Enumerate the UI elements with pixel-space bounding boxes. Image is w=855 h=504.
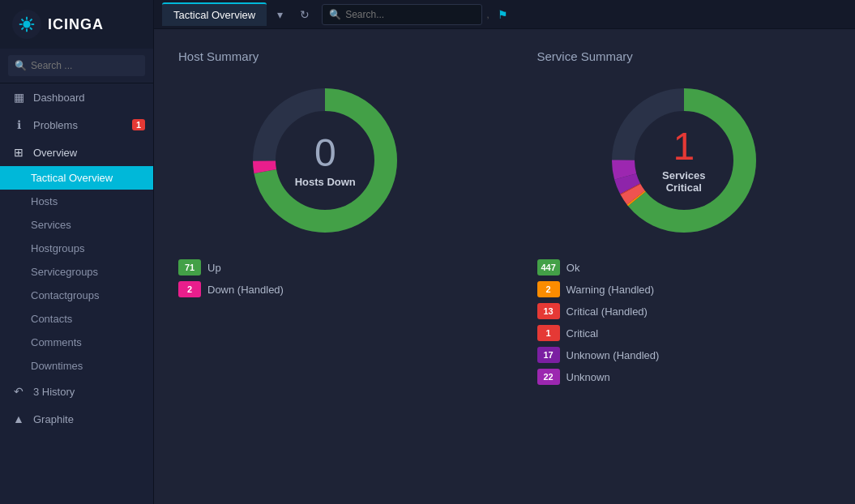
service-critical-badge: 1	[537, 325, 560, 341]
host-down-handled-label: Down (Handled)	[207, 284, 284, 296]
sidebar-item-overview[interactable]: ⊞ Overview	[0, 139, 153, 166]
service-critical-number: 1	[643, 127, 725, 166]
sidebar-item-servicegroups[interactable]: Servicegroups	[0, 260, 153, 284]
sidebar-search-input[interactable]	[8, 55, 145, 76]
service-donut-center: 1 Services Critical	[643, 127, 725, 194]
sidebar-item-downtimes[interactable]: Downtimes	[0, 354, 153, 378]
sidebar-item-contacts[interactable]: Contacts	[0, 307, 153, 331]
service-legend-ok: 447 Ok	[537, 259, 831, 275]
app-name: ICINGA	[48, 16, 104, 33]
service-ok-label: Ok	[566, 262, 580, 274]
hosts-label: Hosts	[31, 195, 58, 207]
service-unknown-badge: 22	[537, 369, 560, 385]
sidebar-item-history[interactable]: ↶ 3 History	[0, 378, 153, 405]
sidebar-item-graphite-label: Graphite	[33, 413, 74, 425]
service-legend-unknown: 22 Unknown	[537, 369, 831, 385]
sidebar-item-comments[interactable]: Comments	[0, 331, 153, 354]
tactical-overview-label: Tactical Overview	[31, 172, 113, 184]
sidebar-search-icon: 🔍	[15, 60, 27, 71]
sidebar-search-container: 🔍	[0, 49, 153, 83]
sidebar-item-dashboard[interactable]: ▦ Dashboard	[0, 83, 153, 111]
comments-label: Comments	[31, 336, 82, 348]
service-legend-warning-handled: 2 Warning (Handled)	[537, 281, 831, 297]
service-donut-wrap: 1 Services Critical	[537, 79, 831, 241]
sidebar-item-contactgroups[interactable]: Contactgroups	[0, 284, 153, 307]
service-critical-handled-badge: 13	[537, 303, 560, 319]
sidebar-nav: ▦ Dashboard ℹ Problems 1 ⊞ Overview Tact…	[0, 83, 153, 504]
service-unknown-handled-badge: 17	[537, 347, 560, 363]
overview-icon: ⊞	[12, 146, 25, 159]
host-down-number: 0	[295, 134, 356, 173]
logo: ICINGA	[0, 0, 153, 49]
service-ok-badge: 447	[537, 259, 560, 275]
service-warning-handled-label: Warning (Handled)	[566, 284, 655, 296]
sidebar: ICINGA 🔍 ▦ Dashboard ℹ Problems 1 ⊞ Over…	[0, 0, 154, 504]
host-donut-container: 0 Hosts Down	[244, 79, 406, 241]
topbar-dropdown-btn[interactable]: ▾	[271, 5, 289, 24]
svg-line-8	[30, 19, 32, 22]
host-legend-down-handled: 2 Down (Handled)	[178, 281, 472, 297]
sidebar-item-problems-label: Problems	[33, 119, 78, 131]
refresh-icon: ↻	[300, 8, 310, 21]
servicegroups-label: Servicegroups	[31, 266, 98, 278]
sidebar-item-hosts[interactable]: Hosts	[0, 190, 153, 213]
logo-icon	[12, 10, 41, 39]
topbar-tab-label: Tactical Overview	[173, 9, 255, 21]
host-up-badge: 71	[178, 259, 201, 275]
host-down-handled-badge: 2	[178, 281, 201, 297]
svg-line-7	[22, 28, 24, 30]
services-label: Services	[31, 219, 71, 231]
topbar-search-wrap: 🔍	[322, 4, 482, 25]
host-legend-up: 71 Up	[178, 259, 472, 275]
host-legend: 71 Up 2 Down (Handled)	[178, 259, 472, 297]
problems-icon: ℹ	[12, 118, 25, 131]
service-legend-critical: 1 Critical	[537, 325, 831, 341]
topbar: Tactical Overview ▾ ↻ 🔍 , ⚑	[154, 0, 855, 29]
filter-icon: ⚑	[498, 8, 508, 21]
host-summary-title: Host Summary	[178, 49, 472, 63]
hostgroups-label: Hostgroups	[31, 242, 84, 254]
dashboard-icon: ▦	[12, 91, 25, 104]
sidebar-item-services[interactable]: Services	[0, 213, 153, 237]
search-comma: ,	[486, 8, 489, 20]
history-icon: ↶	[12, 385, 25, 398]
service-legend: 447 Ok 2 Warning (Handled) 13 Critical (…	[537, 259, 831, 385]
sidebar-item-tactical-overview[interactable]: Tactical Overview	[0, 166, 153, 190]
svg-line-6	[30, 28, 32, 30]
sidebar-item-hostgroups[interactable]: Hostgroups	[0, 237, 153, 260]
topbar-filter-btn[interactable]: ⚑	[494, 6, 512, 23]
svg-line-5	[22, 19, 24, 22]
service-summary-title: Service Summary	[537, 49, 831, 63]
host-donut-center: 0 Hosts Down	[295, 134, 356, 188]
contactgroups-label: Contactgroups	[31, 289, 100, 301]
sidebar-item-dashboard-label: Dashboard	[33, 92, 85, 104]
sidebar-item-problems[interactable]: ℹ Problems 1	[0, 111, 153, 139]
service-critical-handled-label: Critical (Handled)	[566, 305, 648, 318]
service-summary-section: Service Summary	[537, 49, 831, 484]
service-legend-unknown-handled: 17 Unknown (Handled)	[537, 347, 831, 363]
host-donut-wrap: 0 Hosts Down	[178, 79, 472, 241]
topbar-refresh-btn[interactable]: ↻	[293, 5, 316, 24]
sidebar-item-graphite[interactable]: ▲ Graphite	[0, 405, 153, 433]
service-unknown-handled-label: Unknown (Handled)	[566, 349, 660, 361]
downtimes-label: Downtimes	[31, 360, 83, 372]
sidebar-item-history-label: 3 History	[33, 386, 75, 398]
content-area: Host Summary 0 Hosts Down	[154, 29, 855, 504]
topbar-search-icon: 🔍	[329, 9, 341, 20]
sidebar-item-overview-label: Overview	[33, 147, 77, 159]
service-warning-handled-badge: 2	[537, 281, 560, 297]
host-up-label: Up	[207, 262, 221, 274]
service-critical-label-text: Critical	[566, 327, 599, 340]
service-unknown-label: Unknown	[566, 371, 610, 383]
service-donut-container: 1 Services Critical	[603, 79, 765, 241]
topbar-tab-tactical-overview[interactable]: Tactical Overview	[162, 2, 267, 26]
service-critical-label: Services Critical	[643, 169, 725, 194]
service-legend-critical-handled: 13 Critical (Handled)	[537, 303, 831, 319]
host-summary-section: Host Summary 0 Hosts Down	[178, 49, 472, 484]
svg-point-0	[24, 21, 29, 27]
dropdown-icon: ▾	[277, 8, 283, 21]
contacts-label: Contacts	[31, 313, 72, 325]
graphite-icon: ▲	[12, 412, 25, 425]
problems-badge: 1	[132, 119, 145, 130]
topbar-search-input[interactable]	[345, 9, 475, 20]
